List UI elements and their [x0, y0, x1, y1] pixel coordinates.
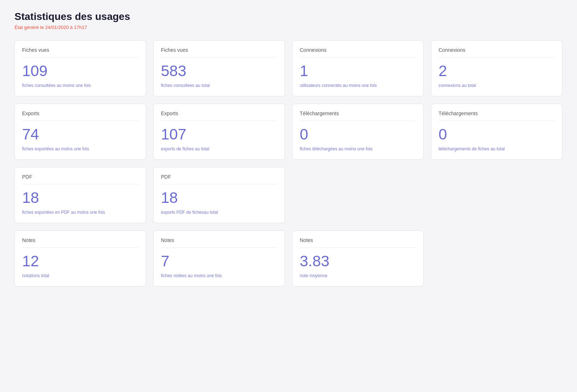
stat-card-label: Exports	[22, 110, 138, 121]
stat-card-label: PDF	[161, 174, 277, 184]
stat-card-empty-3	[431, 230, 563, 287]
stat-card: PDF18exports PDF de fichesau total	[153, 167, 285, 223]
stat-card-label: Téléchargements	[439, 110, 555, 121]
stat-card-value: 3.83	[300, 254, 416, 269]
stat-card-label: Exports	[161, 110, 277, 121]
stat-card-description: téléchargements de fiches au total	[439, 146, 555, 152]
stat-card-value: 107	[161, 127, 277, 142]
stat-card-value: 12	[22, 254, 138, 269]
stat-card: Fiches vues109fiches consultées au moins…	[14, 40, 146, 96]
stat-card-description: fiches notées au moins une fois	[161, 272, 277, 279]
stat-card: Téléchargements0téléchargements de fiche…	[431, 104, 563, 160]
stat-card-description: utilisateurs connectés au moins une fois	[300, 82, 416, 89]
page-subtitle: État généré le 24/01/2020 à 17h17	[14, 25, 563, 30]
stat-card-description: connexions au total	[439, 82, 555, 89]
stat-card-description: exports de fiches au total	[161, 146, 277, 152]
stat-card-description: fiches exportées au moins une fois	[22, 146, 138, 152]
stat-card-empty-2	[292, 167, 424, 223]
stat-card-value: 7	[161, 254, 277, 269]
stat-card: PDF18fiches exportées en PDF au moins un…	[14, 167, 146, 223]
stat-card-label: Téléchargements	[300, 110, 416, 121]
stat-card: Exports74fiches exportées au moins une f…	[14, 104, 146, 160]
stat-card-value: 0	[439, 127, 555, 142]
stat-card-description: fiches consultées au moins une fois	[22, 82, 138, 89]
stat-card-description: fiches consultées au total	[161, 82, 277, 89]
stat-card-value: 2	[439, 63, 555, 79]
page-title: Statistiques des usages	[14, 11, 563, 22]
stats-row-3: PDF18fiches exportées en PDF au moins un…	[14, 167, 563, 223]
stat-card-label: Fiches vues	[161, 47, 277, 58]
stat-card-value: 74	[22, 127, 138, 142]
stat-card-value: 0	[300, 127, 416, 142]
stat-card-label: PDF	[22, 174, 138, 184]
stat-card-description: note moyenne	[300, 272, 416, 279]
stat-card-value: 18	[161, 190, 277, 205]
stat-card: Notes3.83note moyenne	[292, 230, 424, 287]
stat-card: Notes7fiches notées au moins une fois	[153, 230, 285, 287]
stat-card-empty-3	[431, 167, 563, 223]
stat-card: Téléchargements0fiches téléchargées au m…	[292, 104, 424, 160]
stat-card-description: fiches téléchargées au moins une fois	[300, 146, 416, 152]
stat-card-description: exports PDF de fichesau total	[161, 209, 277, 216]
stat-card: Exports107exports de fiches au total	[153, 104, 285, 160]
stat-card-description: fiches exportées en PDF au moins une foi…	[22, 209, 138, 216]
stat-card-value: 109	[22, 63, 138, 79]
stat-card-label: Notes	[161, 237, 277, 248]
stat-card-value: 583	[161, 63, 277, 79]
stats-row-2: Exports74fiches exportées au moins une f…	[14, 104, 563, 160]
stat-card-label: Notes	[22, 237, 138, 248]
stat-card-label: Fiches vues	[22, 47, 138, 58]
stat-card-label: Connexions	[439, 47, 555, 58]
stat-card: Connexions1utilisateurs connectés au moi…	[292, 40, 424, 96]
stat-card: Fiches vues583fiches consultées au total	[153, 40, 285, 96]
stat-card: Notes12notations total	[14, 230, 146, 287]
stat-card-label: Notes	[300, 237, 416, 248]
stat-card-description: notations total	[22, 272, 138, 279]
stat-card: Connexions2connexions au total	[431, 40, 563, 96]
stats-row-1: Fiches vues109fiches consultées au moins…	[14, 40, 563, 96]
stat-card-value: 1	[300, 63, 416, 79]
stat-card-value: 18	[22, 190, 138, 205]
stat-card-label: Connexions	[300, 47, 416, 58]
stats-row-4: Notes12notations totalNotes7fiches notée…	[14, 230, 563, 287]
